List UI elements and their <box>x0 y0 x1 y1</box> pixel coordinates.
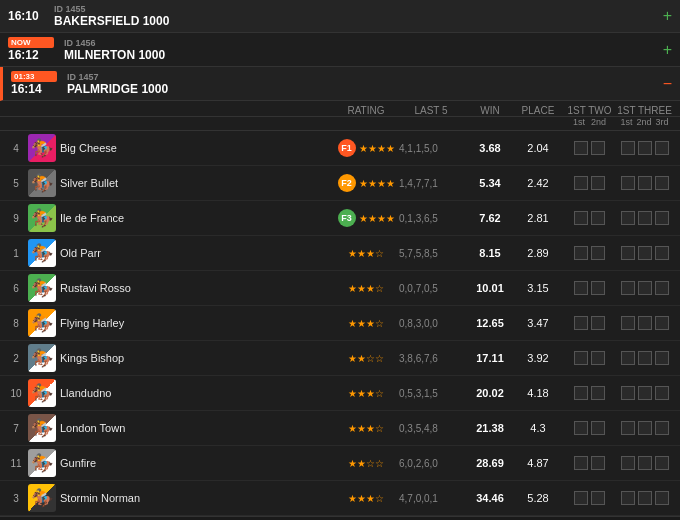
horse-bet-1st2[interactable] <box>562 176 617 190</box>
race-item-2[interactable]: NOW 16:12 ID 1456 MILNERTON 1000 + <box>0 33 680 67</box>
table-row[interactable]: 6 🏇 Rustavi Rosso ★★★☆ 0,0,7,0,5 10.01 3… <box>0 271 680 306</box>
table-row[interactable]: 10 🏇 Llandudno ★★★☆ 0,5,3,1,5 20.02 4.18 <box>0 376 680 411</box>
bet-box-1st3-2[interactable] <box>638 176 652 190</box>
bet-box-1st3-3[interactable] <box>655 211 669 225</box>
bet-box-1st2-1[interactable] <box>574 456 588 470</box>
bet-box-1st2-2[interactable] <box>591 141 605 155</box>
bet-box-1st3-1[interactable] <box>621 316 635 330</box>
horse-bet-1st3[interactable] <box>617 176 672 190</box>
bet-box-1st3-1[interactable] <box>621 386 635 400</box>
bet-box-1st3-3[interactable] <box>655 456 669 470</box>
race-name-2: ID 1456 MILNERTON 1000 <box>58 38 655 62</box>
horse-bet-1st3[interactable] <box>617 141 672 155</box>
bet-box-1st2-2[interactable] <box>591 491 605 505</box>
bet-box-1st3-3[interactable] <box>655 176 669 190</box>
table-row[interactable]: 2 🏇 Kings Bishop ★★☆☆ 3,8,6,7,6 17.11 3.… <box>0 341 680 376</box>
bet-box-1st3-1[interactable] <box>621 176 635 190</box>
bet-box-1st3-2[interactable] <box>638 421 652 435</box>
bet-box-1st2-1[interactable] <box>574 141 588 155</box>
horse-bet-1st2[interactable] <box>562 246 617 260</box>
bet-box-1st2-1[interactable] <box>574 491 588 505</box>
bet-box-1st3-2[interactable] <box>638 351 652 365</box>
race-item-1[interactable]: 16:10 ID 1455 BAKERSFIELD 1000 + <box>0 0 680 33</box>
horse-bet-1st2[interactable] <box>562 386 617 400</box>
bet-box-1st3-1[interactable] <box>621 211 635 225</box>
bet-box-1st2-1[interactable] <box>574 316 588 330</box>
bet-box-1st3-1[interactable] <box>621 421 635 435</box>
table-row[interactable]: 1 🏇 Old Parr ★★★☆ 5,7,5,8,5 8.15 2.89 <box>0 236 680 271</box>
bet-box-1st2-2[interactable] <box>591 456 605 470</box>
horse-bet-1st3[interactable] <box>617 491 672 505</box>
horse-last5: 0,1,3,6,5 <box>396 213 466 224</box>
horse-bet-1st2[interactable] <box>562 211 617 225</box>
race-expand-2[interactable]: + <box>655 41 672 59</box>
table-row[interactable]: 3 🏇 Stormin Norman ★★★☆ 4,7,0,0,1 34.46 … <box>0 481 680 516</box>
bet-box-1st2-2[interactable] <box>591 246 605 260</box>
bet-box-1st2-1[interactable] <box>574 351 588 365</box>
horse-bet-1st2[interactable] <box>562 316 617 330</box>
bet-box-1st3-2[interactable] <box>638 141 652 155</box>
table-row[interactable]: 4 🏇 Big Cheese F1 ★★★★ 4,1,1,5,0 3.68 2.… <box>0 131 680 166</box>
bet-box-1st3-3[interactable] <box>655 281 669 295</box>
bet-box-1st2-1[interactable] <box>574 211 588 225</box>
bet-box-1st2-2[interactable] <box>591 176 605 190</box>
table-row[interactable]: 5 🏇 Silver Bullet F2 ★★★★ 1,4,7,7,1 5.34… <box>0 166 680 201</box>
bet-box-1st3-3[interactable] <box>655 316 669 330</box>
bet-box-1st2-1[interactable] <box>574 421 588 435</box>
bet-box-1st3-1[interactable] <box>621 456 635 470</box>
table-row[interactable]: 11 🏇 Gunfire ★★☆☆ 6,0,2,6,0 28.69 4.87 <box>0 446 680 481</box>
race-collapse-3[interactable]: − <box>655 75 672 93</box>
bet-box-1st3-2[interactable] <box>638 211 652 225</box>
horse-bet-1st2[interactable] <box>562 281 617 295</box>
bet-box-1st2-2[interactable] <box>591 211 605 225</box>
horse-bet-1st2[interactable] <box>562 491 617 505</box>
race-time-1: 16:10 <box>8 9 48 23</box>
horse-bet-1st2[interactable] <box>562 421 617 435</box>
bet-box-1st2-2[interactable] <box>591 351 605 365</box>
bet-box-1st2-1[interactable] <box>574 246 588 260</box>
bet-box-1st3-1[interactable] <box>621 281 635 295</box>
horse-bet-1st2[interactable] <box>562 141 617 155</box>
bet-box-1st3-2[interactable] <box>638 316 652 330</box>
horse-bet-1st3[interactable] <box>617 456 672 470</box>
bet-box-1st2-2[interactable] <box>591 386 605 400</box>
horse-bet-1st3[interactable] <box>617 421 672 435</box>
bet-box-1st3-2[interactable] <box>638 491 652 505</box>
horse-name: Rustavi Rosso <box>60 282 336 294</box>
race-item-3[interactable]: 01:33 16:14 ID 1457 PALMRIDGE 1000 − <box>0 67 680 101</box>
horse-bet-1st3[interactable] <box>617 246 672 260</box>
horse-bet-1st3[interactable] <box>617 211 672 225</box>
bet-box-1st2-2[interactable] <box>591 281 605 295</box>
bet-box-1st2-2[interactable] <box>591 316 605 330</box>
horse-bet-1st3[interactable] <box>617 386 672 400</box>
table-row[interactable]: 7 🏇 London Town ★★★☆ 0,3,5,4,8 21.38 4.3 <box>0 411 680 446</box>
bet-box-1st3-3[interactable] <box>655 386 669 400</box>
bet-box-1st3-1[interactable] <box>621 351 635 365</box>
bet-box-1st3-3[interactable] <box>655 421 669 435</box>
bet-box-1st3-3[interactable] <box>655 491 669 505</box>
horse-bet-1st2[interactable] <box>562 351 617 365</box>
bet-box-1st3-3[interactable] <box>655 351 669 365</box>
bet-box-1st3-1[interactable] <box>621 491 635 505</box>
table-row[interactable]: 9 🏇 Ile de France F3 ★★★★ 0,1,3,6,5 7.62… <box>0 201 680 236</box>
race-expand-1[interactable]: + <box>655 7 672 25</box>
bet-box-1st2-1[interactable] <box>574 386 588 400</box>
bet-box-1st2-1[interactable] <box>574 281 588 295</box>
bet-box-1st3-2[interactable] <box>638 246 652 260</box>
sub-3rd-b: 3rd <box>656 117 669 127</box>
bet-box-1st3-3[interactable] <box>655 246 669 260</box>
horse-bet-1st3[interactable] <box>617 281 672 295</box>
bet-box-1st2-2[interactable] <box>591 421 605 435</box>
horse-name: Big Cheese <box>60 142 336 154</box>
bet-box-1st2-1[interactable] <box>574 176 588 190</box>
bet-box-1st3-2[interactable] <box>638 386 652 400</box>
horse-bet-1st2[interactable] <box>562 456 617 470</box>
bet-box-1st3-2[interactable] <box>638 456 652 470</box>
bet-box-1st3-2[interactable] <box>638 281 652 295</box>
bet-box-1st3-1[interactable] <box>621 246 635 260</box>
horse-bet-1st3[interactable] <box>617 351 672 365</box>
bet-box-1st3-3[interactable] <box>655 141 669 155</box>
bet-box-1st3-1[interactable] <box>621 141 635 155</box>
horse-bet-1st3[interactable] <box>617 316 672 330</box>
table-row[interactable]: 8 🏇 Flying Harley ★★★☆ 0,8,3,0,0 12.65 3… <box>0 306 680 341</box>
